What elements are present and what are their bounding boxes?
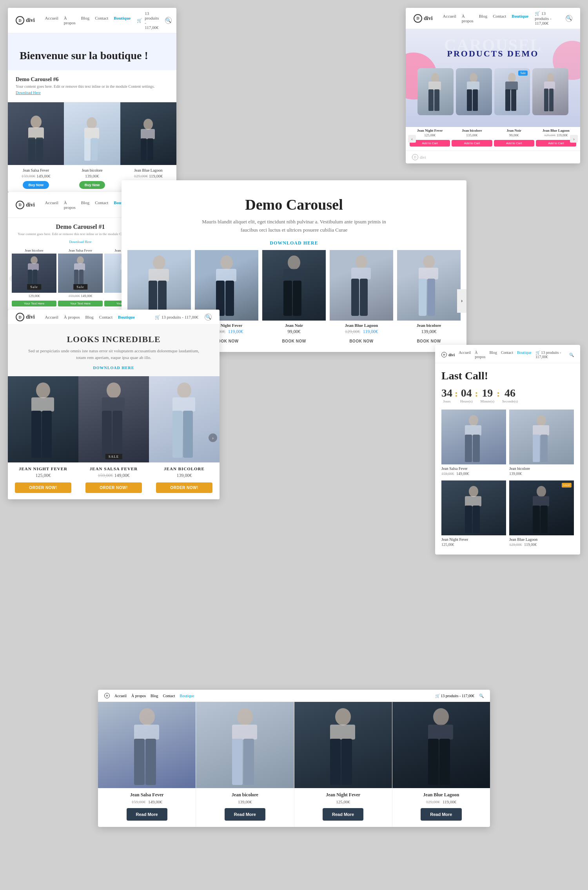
svg-rect-21 (505, 82, 518, 90)
svg-rect-101 (428, 725, 453, 740)
svg-rect-17 (467, 82, 479, 90)
svg-point-52 (356, 255, 367, 268)
nav-contact[interactable]: Contact (95, 16, 108, 25)
svg-point-60 (36, 382, 50, 398)
card5-header: LOOKS INCREDIBLE Sed ut perspiciatis und… (8, 325, 220, 376)
svg-rect-5 (84, 128, 99, 139)
svg-rect-58 (419, 279, 426, 316)
svg-rect-27 (549, 89, 554, 111)
hero-1: Bienvenue sur la boutique ! (8, 33, 176, 70)
svg-rect-82 (465, 506, 472, 533)
order-btn-1[interactable]: ORDER NOW! (15, 482, 71, 493)
svg-point-0 (31, 116, 42, 128)
svg-rect-74 (465, 435, 472, 462)
buy-now-btn-1[interactable]: Buy Now (23, 181, 49, 189)
svg-rect-98 (330, 739, 341, 785)
add-cart-btn-2[interactable]: Add to Cart (452, 140, 492, 147)
svg-point-76 (537, 415, 546, 426)
search-icon-6[interactable]: 🔍 (569, 353, 574, 357)
search-icon-2[interactable]: 🔍 (566, 15, 572, 22)
svg-rect-1 (28, 127, 44, 139)
next-arrow-2[interactable]: › (570, 135, 578, 143)
product-row-2: ‹ Jean Night Fever 125,00€ Add to Cart J… (406, 127, 580, 150)
nav-apropos[interactable]: À propos (64, 16, 76, 25)
svg-rect-83 (473, 506, 480, 533)
c5-product-1: JEAN NIGHT FEVER 125,00€ ORDER NOW! (8, 376, 78, 499)
search-icon-5[interactable]: 🔍 (205, 314, 212, 321)
order-btn-2[interactable]: ORDER NOW! (85, 482, 142, 493)
product-3: SALE Jean Blue Lagoon 129,00€ 119,00€ (120, 102, 176, 192)
svg-rect-67 (113, 411, 122, 458)
svg-point-24 (547, 73, 554, 82)
svg-rect-94 (232, 739, 243, 785)
svg-point-100 (433, 708, 449, 725)
svg-point-80 (469, 486, 478, 497)
download-link-5[interactable]: DOWNLOAD HERE (93, 366, 134, 370)
nav-accueil[interactable]: Accueil (45, 16, 58, 25)
order-btn-3[interactable]: ORDER NOW! (156, 482, 212, 493)
download-link-3[interactable]: DOWNLOAD HERE (270, 240, 318, 246)
book-btn-5[interactable]: BOOK NOW (417, 339, 441, 343)
nav-cart-2[interactable]: 🛒 13 produits - 117,00€ (535, 11, 559, 25)
svg-rect-63 (42, 411, 52, 458)
search-icon-7[interactable]: 🔍 (479, 694, 484, 698)
c2-product-3: Jean Noir 99,00€ Add to Cart (494, 127, 534, 147)
add-cart-btn-3[interactable]: Add to Cart (494, 140, 534, 147)
buy-now-btn-2[interactable]: Buy Now (79, 181, 105, 189)
svg-rect-53 (351, 268, 371, 279)
svg-rect-55 (360, 279, 368, 316)
countdown-timer: 34 Jours : 04 Heure(s) : 19 Minute(s) : … (441, 387, 574, 403)
nav-cart-1[interactable]: 🛒 13 produits - 117,00€ (137, 11, 159, 30)
tag-btn-2[interactable]: Your Text Here (58, 301, 103, 306)
c6-product-3: Jean Night Fever 125,00€ (441, 480, 506, 548)
svg-rect-18 (467, 89, 472, 111)
product-info-2: Jean bicolore 139,00€ Buy Now (64, 165, 120, 192)
c6-product-4: SALE Jean Blue Lagoon 129,00€ 119,00€ (509, 480, 574, 548)
product-row-7: Jean Salsa Fever 159,00€ 149,00€ Read Mo… (98, 702, 490, 827)
svg-rect-25 (544, 82, 555, 89)
svg-rect-78 (533, 435, 540, 462)
nav-boutique[interactable]: Boutique (114, 16, 131, 25)
svg-point-8 (143, 119, 153, 130)
nav-links-1: Accueil À propos Blog Contact Boutique (45, 16, 131, 25)
svg-rect-65 (102, 397, 125, 411)
tag-btn-1[interactable]: Your Text Here (12, 301, 56, 306)
book-btn-3[interactable]: BOOK NOW (282, 339, 306, 343)
read-more-btn-3[interactable]: Read More (323, 808, 363, 821)
nav-bar-7: D Accueil À propos Blog Contact Boutique… (98, 690, 490, 702)
product-2: Jean bicolore 139,00€ Buy Now (64, 102, 120, 192)
card-carousel-products: D divi Accueil À propos Blog Contact Bou… (406, 8, 580, 163)
svg-point-44 (220, 256, 233, 270)
download-link-1[interactable]: Download Here (16, 91, 41, 95)
svg-rect-47 (225, 281, 234, 316)
read-more-btn-1[interactable]: Read More (127, 808, 167, 821)
read-more-btn-4[interactable]: Read More (421, 808, 461, 821)
nav-blog[interactable]: Blog (81, 16, 89, 25)
svg-rect-9 (141, 129, 155, 139)
next-arrow-5[interactable]: › (209, 433, 217, 442)
svg-point-4 (87, 117, 97, 129)
svg-rect-99 (341, 739, 352, 785)
search-icon-1[interactable]: 🔍 (165, 17, 172, 24)
svg-rect-91 (145, 739, 156, 785)
svg-rect-89 (134, 725, 159, 740)
svg-rect-23 (511, 89, 516, 111)
prev-arrow-2[interactable]: ‹ (408, 135, 416, 143)
read-more-btn-2[interactable]: Read More (225, 808, 265, 821)
book-btn-4[interactable]: BOOK NOW (349, 339, 373, 343)
download-link-4[interactable]: Download Here (69, 240, 91, 244)
next-arrow-3[interactable]: › (457, 289, 466, 313)
svg-rect-49 (283, 269, 304, 281)
demo-section: Demo Carousel #6 Your content goes here.… (8, 70, 176, 102)
svg-point-72 (469, 415, 478, 426)
svg-rect-2 (28, 138, 35, 161)
card3-header: Demo Carousel Mauris blandit aliquet eli… (122, 180, 466, 250)
svg-rect-15 (434, 89, 439, 111)
svg-rect-7 (91, 138, 98, 161)
svg-rect-85 (533, 496, 549, 506)
card6-content: Last Call! 34 Jours : 04 Heure(s) : 19 M… (435, 363, 580, 555)
svg-point-20 (508, 73, 516, 82)
svg-rect-77 (533, 425, 549, 435)
svg-rect-14 (428, 89, 434, 111)
svg-rect-71 (183, 411, 193, 458)
